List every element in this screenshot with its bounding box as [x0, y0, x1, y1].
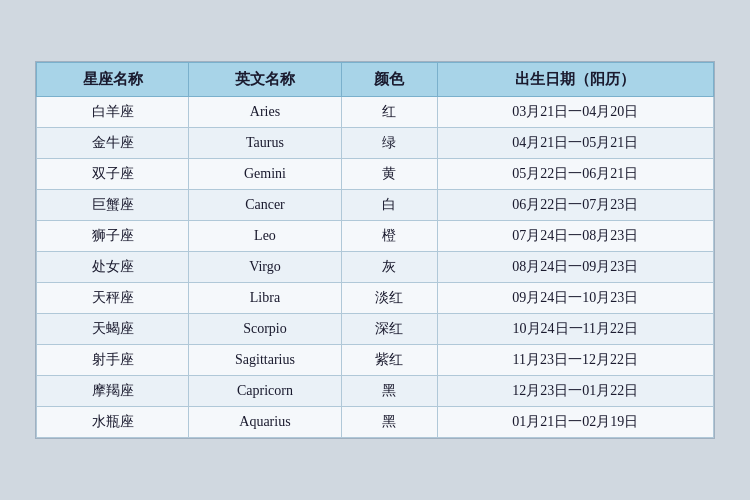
cell-english: Leo [189, 221, 341, 252]
cell-english: Capricorn [189, 376, 341, 407]
cell-chinese: 天蝎座 [37, 314, 189, 345]
table-row: 水瓶座Aquarius黑01月21日一02月19日 [37, 407, 714, 438]
cell-dates: 03月21日一04月20日 [437, 97, 713, 128]
cell-color: 白 [341, 190, 437, 221]
cell-dates: 11月23日一12月22日 [437, 345, 713, 376]
cell-chinese: 双子座 [37, 159, 189, 190]
cell-color: 灰 [341, 252, 437, 283]
cell-chinese: 处女座 [37, 252, 189, 283]
cell-dates: 05月22日一06月21日 [437, 159, 713, 190]
cell-english: Cancer [189, 190, 341, 221]
table-header-row: 星座名称 英文名称 颜色 出生日期（阳历） [37, 63, 714, 97]
cell-chinese: 摩羯座 [37, 376, 189, 407]
cell-chinese: 白羊座 [37, 97, 189, 128]
cell-english: Gemini [189, 159, 341, 190]
zodiac-table: 星座名称 英文名称 颜色 出生日期（阳历） 白羊座Aries红03月21日一04… [36, 62, 714, 438]
cell-dates: 10月24日一11月22日 [437, 314, 713, 345]
table-row: 白羊座Aries红03月21日一04月20日 [37, 97, 714, 128]
cell-dates: 12月23日一01月22日 [437, 376, 713, 407]
cell-color: 深红 [341, 314, 437, 345]
cell-dates: 04月21日一05月21日 [437, 128, 713, 159]
cell-chinese: 射手座 [37, 345, 189, 376]
cell-english: Taurus [189, 128, 341, 159]
col-header-chinese: 星座名称 [37, 63, 189, 97]
cell-chinese: 天秤座 [37, 283, 189, 314]
cell-english: Aries [189, 97, 341, 128]
table-row: 金牛座Taurus绿04月21日一05月21日 [37, 128, 714, 159]
cell-chinese: 水瓶座 [37, 407, 189, 438]
zodiac-table-container: 星座名称 英文名称 颜色 出生日期（阳历） 白羊座Aries红03月21日一04… [35, 61, 715, 439]
cell-color: 淡红 [341, 283, 437, 314]
cell-dates: 01月21日一02月19日 [437, 407, 713, 438]
table-row: 摩羯座Capricorn黑12月23日一01月22日 [37, 376, 714, 407]
cell-color: 黑 [341, 376, 437, 407]
table-row: 处女座Virgo灰08月24日一09月23日 [37, 252, 714, 283]
cell-english: Aquarius [189, 407, 341, 438]
cell-dates: 08月24日一09月23日 [437, 252, 713, 283]
cell-english: Scorpio [189, 314, 341, 345]
table-row: 天蝎座Scorpio深红10月24日一11月22日 [37, 314, 714, 345]
col-header-color: 颜色 [341, 63, 437, 97]
cell-chinese: 巨蟹座 [37, 190, 189, 221]
cell-chinese: 金牛座 [37, 128, 189, 159]
col-header-english: 英文名称 [189, 63, 341, 97]
table-row: 狮子座Leo橙07月24日一08月23日 [37, 221, 714, 252]
table-body: 白羊座Aries红03月21日一04月20日金牛座Taurus绿04月21日一0… [37, 97, 714, 438]
cell-english: Libra [189, 283, 341, 314]
table-row: 天秤座Libra淡红09月24日一10月23日 [37, 283, 714, 314]
col-header-dates: 出生日期（阳历） [437, 63, 713, 97]
cell-color: 黑 [341, 407, 437, 438]
table-row: 射手座Sagittarius紫红11月23日一12月22日 [37, 345, 714, 376]
cell-dates: 06月22日一07月23日 [437, 190, 713, 221]
cell-color: 黄 [341, 159, 437, 190]
cell-color: 紫红 [341, 345, 437, 376]
table-row: 双子座Gemini黄05月22日一06月21日 [37, 159, 714, 190]
cell-color: 红 [341, 97, 437, 128]
table-row: 巨蟹座Cancer白06月22日一07月23日 [37, 190, 714, 221]
cell-chinese: 狮子座 [37, 221, 189, 252]
cell-english: Sagittarius [189, 345, 341, 376]
cell-color: 绿 [341, 128, 437, 159]
cell-dates: 09月24日一10月23日 [437, 283, 713, 314]
cell-dates: 07月24日一08月23日 [437, 221, 713, 252]
cell-english: Virgo [189, 252, 341, 283]
cell-color: 橙 [341, 221, 437, 252]
